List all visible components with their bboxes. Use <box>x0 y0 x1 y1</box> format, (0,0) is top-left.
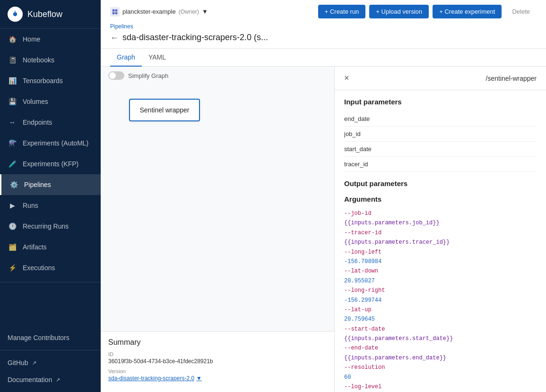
delete-button[interactable]: Delete <box>505 5 537 18</box>
main-content: planckster-example (Owner) ▼ + Create ru… <box>101 0 546 392</box>
arg-line: -156.708984 <box>344 257 537 266</box>
graph-panel: Simplify Graph Sentinel wrapper Summary … <box>101 67 335 392</box>
graph-toolbar: Simplify Graph <box>101 67 334 85</box>
nav-item-experiments-kfp[interactable]: 🧪 Experiments (KFP) <box>0 153 101 174</box>
documentation-link[interactable]: Documentation ↗ <box>0 371 101 388</box>
svg-rect-1 <box>113 9 115 11</box>
arg-line: --end-date <box>344 343 537 353</box>
arg-line: 20.759645 <box>344 315 537 324</box>
home-icon: 🏠 <box>8 34 17 44</box>
summary-version-field: Version sda-disaster-tracking-scrapers-2… <box>108 368 327 382</box>
input-params-list: end_date job_id start_date tracer_id <box>344 111 537 172</box>
kubeflow-logo-icon <box>8 7 23 22</box>
arg-line: 60 <box>344 373 537 382</box>
arg-line: {{inputs.parameters.job_id}} <box>344 218 537 228</box>
execution-icon: ⚡ <box>8 263 17 273</box>
summary-id-value: 36019f3b-50d4-4734-b3ce-41fdec28921b <box>108 358 327 365</box>
nav-item-home[interactable]: 🏠 Home <box>0 29 101 50</box>
pipeline-icon: ⚙️ <box>9 180 18 189</box>
external-link-icon-2: ↗ <box>56 377 60 383</box>
logo-area[interactable]: Kubeflow <box>0 0 101 29</box>
svg-point-0 <box>13 12 17 16</box>
arg-line: --resolution <box>344 363 537 372</box>
graph-canvas: Sentinel wrapper <box>101 85 334 331</box>
nav-item-notebooks[interactable]: 📓 Notebooks <box>0 50 101 70</box>
detail-close-button[interactable]: × <box>344 73 349 83</box>
summary-id-label: ID <box>108 351 327 357</box>
detail-body: Input parameters end_date job_id start_d… <box>335 90 546 392</box>
pipeline-node-sentinel[interactable]: Sentinel wrapper <box>129 99 200 121</box>
output-params-section: Output parameters <box>344 179 537 187</box>
owner-badge: (Owner) <box>179 9 199 15</box>
summary-title: Summary <box>108 338 327 347</box>
recurring-icon: 🕐 <box>8 222 17 231</box>
detail-panel: × /sentinel-wrapper Input parameters end… <box>335 67 546 392</box>
manage-contributors-link[interactable]: Manage Contributors <box>0 329 101 346</box>
sidebar-bottom: Manage Contributors GitHub ↗ Documentati… <box>0 325 101 392</box>
logo-text: Kubeflow <box>27 9 62 19</box>
args-title: Arguments <box>344 195 537 203</box>
nav-item-artifacts[interactable]: 🗂️ Artifacts <box>0 237 101 257</box>
tab-yaml[interactable]: YAML <box>142 49 173 67</box>
nav-item-volumes[interactable]: 💾 Volumes <box>0 91 101 112</box>
content-area: Simplify Graph Sentinel wrapper Summary … <box>101 67 546 392</box>
arg-line: --tracer-id <box>344 228 537 238</box>
svg-rect-3 <box>113 12 115 14</box>
arg-line: 20.955027 <box>344 276 537 286</box>
args-section: Arguments --job-id{{inputs.parameters.jo… <box>344 195 537 392</box>
tabs-bar: Graph YAML <box>101 49 546 67</box>
detail-header: × /sentinel-wrapper <box>335 67 546 90</box>
storage-icon: 💾 <box>8 97 17 106</box>
nav-item-tensorboards[interactable]: 📊 Tensorboards <box>0 70 101 91</box>
args-code-block: --job-id{{inputs.parameters.job_id}}--tr… <box>344 209 537 392</box>
tab-graph[interactable]: Graph <box>110 49 142 67</box>
workspace-selector[interactable]: planckster-example (Owner) ▼ <box>110 7 208 17</box>
param-end-date: end_date <box>344 111 537 127</box>
header-top: planckster-example (Owner) ▼ + Create ru… <box>110 0 537 22</box>
arg-line: {{inputs.parameters.start_date}} <box>344 334 537 343</box>
arg-line: {{inputs.parameters.tracer_id}} <box>344 238 537 247</box>
experiment-icon: 🧪 <box>8 159 17 169</box>
external-link-icon: ↗ <box>32 360 36 366</box>
input-params-title: Input parameters <box>344 98 537 106</box>
notebook-icon: 📓 <box>8 55 17 65</box>
science-icon: ⚗️ <box>8 138 17 148</box>
workspace-icon <box>110 7 120 17</box>
page-title: sda-disaster-tracking-scrapers-2.0 (s... <box>122 33 268 43</box>
detail-path: /sentinel-wrapper <box>486 75 537 82</box>
param-start-date: start_date <box>344 142 537 157</box>
nav-item-experiments-automl[interactable]: ⚗️ Experiments (AutoML) <box>0 133 101 153</box>
nav-item-recurring-runs[interactable]: 🕐 Recurring Runs <box>0 216 101 237</box>
nav-item-endpoints[interactable]: ↔ Endpoints <box>0 112 101 133</box>
breadcrumb[interactable]: Pipelines <box>110 22 537 30</box>
version-select[interactable]: sda-disaster-tracking-scrapers-2.0 ▼ <box>108 375 327 382</box>
create-run-button[interactable]: + Create run <box>318 5 366 18</box>
sidebar: Kubeflow 🏠 Home 📓 Notebooks 📊 Tensorboar… <box>0 0 101 392</box>
simplify-graph-toggle[interactable] <box>108 71 124 80</box>
workspace-name: planckster-example <box>122 8 176 15</box>
output-params-title: Output parameters <box>344 179 537 187</box>
header: planckster-example (Owner) ▼ + Create ru… <box>101 0 546 49</box>
create-experiment-button[interactable]: + Create experiment <box>433 5 502 18</box>
nav-item-pipelines[interactable]: ⚙️ Pipelines <box>0 174 101 195</box>
artifact-icon: 🗂️ <box>8 242 17 252</box>
page-title-row: ← sda-disaster-tracking-scrapers-2.0 (s.… <box>110 30 537 48</box>
back-button[interactable]: ← <box>110 34 119 42</box>
header-actions: + Create run + Upload version + Create e… <box>318 5 537 18</box>
summary-version-label: Version <box>108 368 327 374</box>
upload-version-button[interactable]: + Upload version <box>369 5 429 18</box>
run-icon: ▶ <box>8 201 17 210</box>
nav-item-executions[interactable]: ⚡ Executions <box>0 257 101 278</box>
svg-rect-4 <box>115 12 118 14</box>
github-link[interactable]: GitHub ↗ <box>0 354 101 371</box>
arg-line: --long-right <box>344 286 537 295</box>
link-icon: ↔ <box>8 118 17 127</box>
arg-line: -156.299744 <box>344 296 537 305</box>
param-job-id: job_id <box>344 127 537 142</box>
dropdown-icon: ▼ <box>202 8 208 15</box>
nav-item-runs[interactable]: ▶ Runs <box>0 195 101 216</box>
arg-line: --start-date <box>344 324 537 334</box>
arg-line: --lat-up <box>344 305 537 315</box>
simplify-graph-label: Simplify Graph <box>128 72 168 79</box>
version-dropdown-icon: ▼ <box>196 375 202 382</box>
